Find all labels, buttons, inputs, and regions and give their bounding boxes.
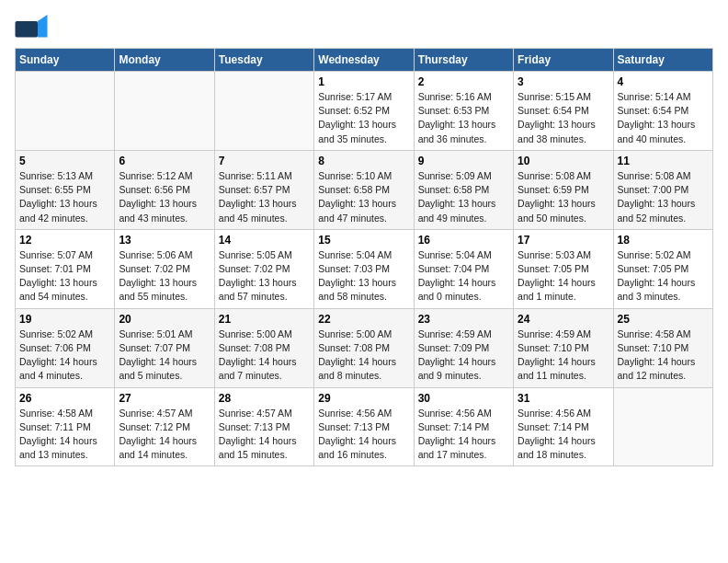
day-number: 7 xyxy=(219,155,310,167)
day-number: 31 xyxy=(518,392,609,405)
calendar-week-2: 5Sunrise: 5:13 AM Sunset: 6:55 PM Daylig… xyxy=(16,150,713,229)
calendar-cell: 17Sunrise: 5:03 AM Sunset: 7:05 PM Dayli… xyxy=(514,229,613,308)
day-number: 20 xyxy=(119,313,210,326)
day-info: Sunrise: 5:08 AM Sunset: 6:59 PM Dayligh… xyxy=(518,169,609,225)
calendar-cell xyxy=(214,72,313,151)
calendar-cell: 12Sunrise: 5:07 AM Sunset: 7:01 PM Dayli… xyxy=(16,229,115,308)
calendar-cell: 2Sunrise: 5:16 AM Sunset: 6:53 PM Daylig… xyxy=(414,72,513,151)
calendar-cell: 30Sunrise: 4:56 AM Sunset: 7:14 PM Dayli… xyxy=(414,387,513,466)
day-number: 17 xyxy=(518,234,609,247)
day-number: 13 xyxy=(119,234,210,247)
day-number: 6 xyxy=(119,155,210,167)
day-info: Sunrise: 4:58 AM Sunset: 7:11 PM Dayligh… xyxy=(19,407,110,463)
day-number: 22 xyxy=(318,313,409,326)
day-number: 16 xyxy=(418,234,509,247)
day-info: Sunrise: 5:04 AM Sunset: 7:03 PM Dayligh… xyxy=(318,248,409,304)
day-number: 8 xyxy=(318,155,409,167)
day-info: Sunrise: 5:16 AM Sunset: 6:53 PM Dayligh… xyxy=(418,90,509,146)
day-info: Sunrise: 5:00 AM Sunset: 7:08 PM Dayligh… xyxy=(318,327,409,384)
calendar-cell: 20Sunrise: 5:01 AM Sunset: 7:07 PM Dayli… xyxy=(115,308,214,387)
day-info: Sunrise: 5:05 AM Sunset: 7:02 PM Dayligh… xyxy=(219,248,310,304)
calendar-cell: 26Sunrise: 4:58 AM Sunset: 7:11 PM Dayli… xyxy=(16,387,115,466)
day-number: 14 xyxy=(219,234,310,247)
calendar-cell: 24Sunrise: 4:59 AM Sunset: 7:10 PM Dayli… xyxy=(514,308,613,387)
calendar-cell: 7Sunrise: 5:11 AM Sunset: 6:57 PM Daylig… xyxy=(214,150,313,229)
day-number: 5 xyxy=(19,155,110,167)
calendar-header-wednesday: Wednesday xyxy=(314,49,414,72)
day-info: Sunrise: 5:07 AM Sunset: 7:01 PM Dayligh… xyxy=(19,248,110,304)
day-info: Sunrise: 5:15 AM Sunset: 6:54 PM Dayligh… xyxy=(518,90,609,146)
calendar-cell: 11Sunrise: 5:08 AM Sunset: 7:00 PM Dayli… xyxy=(613,150,712,229)
day-number: 10 xyxy=(518,155,609,167)
day-info: Sunrise: 4:58 AM Sunset: 7:10 PM Dayligh… xyxy=(618,327,709,384)
day-number: 24 xyxy=(518,313,609,326)
calendar-cell xyxy=(115,72,214,151)
calendar-cell: 19Sunrise: 5:02 AM Sunset: 7:06 PM Dayli… xyxy=(16,308,115,387)
calendar-cell xyxy=(613,387,712,466)
day-number: 28 xyxy=(219,392,310,405)
day-info: Sunrise: 5:08 AM Sunset: 7:00 PM Dayligh… xyxy=(618,169,709,225)
calendar-week-3: 12Sunrise: 5:07 AM Sunset: 7:01 PM Dayli… xyxy=(16,229,713,308)
day-number: 12 xyxy=(19,234,110,247)
calendar-cell: 3Sunrise: 5:15 AM Sunset: 6:54 PM Daylig… xyxy=(514,72,613,151)
calendar-header-monday: Monday xyxy=(115,49,214,72)
calendar-cell: 9Sunrise: 5:09 AM Sunset: 6:58 PM Daylig… xyxy=(414,150,513,229)
calendar-cell: 1Sunrise: 5:17 AM Sunset: 6:52 PM Daylig… xyxy=(314,72,414,151)
calendar-week-5: 26Sunrise: 4:58 AM Sunset: 7:11 PM Dayli… xyxy=(16,387,713,466)
calendar-cell: 23Sunrise: 4:59 AM Sunset: 7:09 PM Dayli… xyxy=(414,308,513,387)
day-info: Sunrise: 4:57 AM Sunset: 7:13 PM Dayligh… xyxy=(219,407,310,463)
day-number: 11 xyxy=(618,155,709,167)
day-number: 1 xyxy=(318,75,409,88)
day-info: Sunrise: 5:03 AM Sunset: 7:05 PM Dayligh… xyxy=(518,248,609,304)
calendar-header-tuesday: Tuesday xyxy=(214,49,313,72)
calendar-cell: 22Sunrise: 5:00 AM Sunset: 7:08 PM Dayli… xyxy=(314,308,414,387)
day-number: 27 xyxy=(119,392,210,405)
day-number: 18 xyxy=(618,234,709,247)
logo-icon xyxy=(15,15,48,40)
day-info: Sunrise: 5:10 AM Sunset: 6:58 PM Dayligh… xyxy=(318,169,409,225)
calendar-cell: 6Sunrise: 5:12 AM Sunset: 6:56 PM Daylig… xyxy=(115,150,214,229)
day-info: Sunrise: 4:56 AM Sunset: 7:14 PM Dayligh… xyxy=(518,407,609,463)
day-info: Sunrise: 5:04 AM Sunset: 7:04 PM Dayligh… xyxy=(418,248,509,304)
day-number: 23 xyxy=(418,313,509,326)
day-info: Sunrise: 5:14 AM Sunset: 6:54 PM Dayligh… xyxy=(618,90,709,146)
day-number: 21 xyxy=(219,313,310,326)
calendar-cell: 21Sunrise: 5:00 AM Sunset: 7:08 PM Dayli… xyxy=(214,308,313,387)
day-number: 2 xyxy=(418,75,509,88)
calendar-cell: 15Sunrise: 5:04 AM Sunset: 7:03 PM Dayli… xyxy=(314,229,414,308)
day-info: Sunrise: 5:02 AM Sunset: 7:05 PM Dayligh… xyxy=(618,248,709,304)
day-info: Sunrise: 5:00 AM Sunset: 7:08 PM Dayligh… xyxy=(219,327,310,384)
day-number: 15 xyxy=(318,234,409,247)
calendar-table: SundayMondayTuesdayWednesdayThursdayFrid… xyxy=(15,48,713,466)
day-info: Sunrise: 4:56 AM Sunset: 7:13 PM Dayligh… xyxy=(318,407,409,463)
day-info: Sunrise: 5:17 AM Sunset: 6:52 PM Dayligh… xyxy=(318,90,409,146)
calendar-cell: 16Sunrise: 5:04 AM Sunset: 7:04 PM Dayli… xyxy=(414,229,513,308)
calendar-cell: 27Sunrise: 4:57 AM Sunset: 7:12 PM Dayli… xyxy=(115,387,214,466)
day-info: Sunrise: 4:59 AM Sunset: 7:09 PM Dayligh… xyxy=(418,327,509,384)
calendar-cell: 14Sunrise: 5:05 AM Sunset: 7:02 PM Dayli… xyxy=(214,229,313,308)
day-info: Sunrise: 5:09 AM Sunset: 6:58 PM Dayligh… xyxy=(418,169,509,225)
day-info: Sunrise: 5:13 AM Sunset: 6:55 PM Dayligh… xyxy=(19,169,110,225)
day-info: Sunrise: 5:06 AM Sunset: 7:02 PM Dayligh… xyxy=(119,248,210,304)
calendar-cell: 28Sunrise: 4:57 AM Sunset: 7:13 PM Dayli… xyxy=(214,387,313,466)
calendar-cell: 29Sunrise: 4:56 AM Sunset: 7:13 PM Dayli… xyxy=(314,387,414,466)
svg-rect-0 xyxy=(16,21,39,38)
calendar-week-4: 19Sunrise: 5:02 AM Sunset: 7:06 PM Dayli… xyxy=(16,308,713,387)
day-number: 30 xyxy=(418,392,509,405)
calendar-header-sunday: Sunday xyxy=(16,49,115,72)
logo xyxy=(15,15,51,40)
day-number: 29 xyxy=(318,392,409,405)
day-number: 9 xyxy=(418,155,509,167)
calendar-week-1: 1Sunrise: 5:17 AM Sunset: 6:52 PM Daylig… xyxy=(16,72,713,151)
calendar-cell: 10Sunrise: 5:08 AM Sunset: 6:59 PM Dayli… xyxy=(514,150,613,229)
svg-marker-1 xyxy=(38,15,48,38)
day-info: Sunrise: 5:11 AM Sunset: 6:57 PM Dayligh… xyxy=(219,169,310,225)
day-info: Sunrise: 5:12 AM Sunset: 6:56 PM Dayligh… xyxy=(119,169,210,225)
day-info: Sunrise: 4:57 AM Sunset: 7:12 PM Dayligh… xyxy=(119,407,210,463)
calendar-header-thursday: Thursday xyxy=(414,49,513,72)
calendar-header-saturday: Saturday xyxy=(613,49,712,72)
day-number: 19 xyxy=(19,313,110,326)
calendar-cell: 31Sunrise: 4:56 AM Sunset: 7:14 PM Dayli… xyxy=(514,387,613,466)
calendar-header-row: SundayMondayTuesdayWednesdayThursdayFrid… xyxy=(16,49,713,72)
day-number: 25 xyxy=(618,313,709,326)
